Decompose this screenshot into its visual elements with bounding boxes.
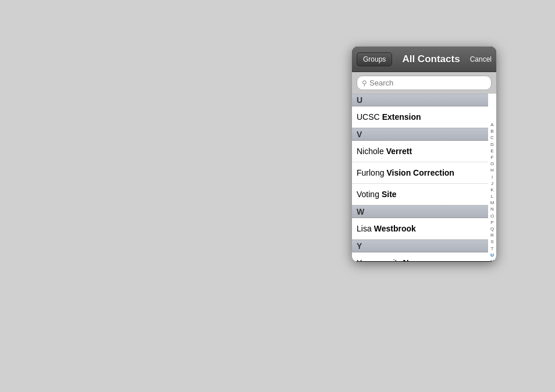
contact-last-name: Verrett bbox=[386, 147, 412, 156]
list-item[interactable]: Yamagami's Nursery bbox=[352, 252, 488, 261]
section-header-u: U bbox=[352, 94, 488, 106]
contact-list: UUCSC ExtensionVNichole VerrettFurlong V… bbox=[352, 94, 496, 261]
list-item[interactable]: Voting Site bbox=[352, 184, 488, 205]
search-icon: ⚲ bbox=[362, 79, 367, 87]
index-letter-e[interactable]: E bbox=[490, 148, 493, 154]
search-bar: ⚲ bbox=[352, 72, 496, 94]
contact-first-name: UCSC bbox=[357, 112, 380, 122]
cancel-button[interactable]: Cancel bbox=[470, 55, 492, 63]
index-letter-u[interactable]: U bbox=[490, 252, 494, 258]
index-letter-a[interactable]: A bbox=[490, 122, 493, 128]
contact-last-name: Westbrook bbox=[374, 224, 416, 233]
index-letter-g[interactable]: G bbox=[490, 161, 494, 167]
index-letter-i[interactable]: I bbox=[492, 174, 493, 180]
contact-first-name: Yamagami's bbox=[357, 258, 401, 261]
index-letter-j[interactable]: J bbox=[491, 180, 493, 187]
index-letter-f[interactable]: F bbox=[491, 154, 494, 161]
index-letter-b[interactable]: B bbox=[490, 128, 493, 134]
index-letter-s[interactable]: S bbox=[490, 238, 493, 245]
list-item[interactable]: Nichole Verrett bbox=[352, 141, 488, 162]
index-letter-d[interactable]: D bbox=[490, 141, 494, 148]
index-letter-h[interactable]: H bbox=[490, 167, 494, 173]
contact-last-name: Vision Correction bbox=[386, 168, 454, 177]
nav-bar: Groups All Contacts Cancel bbox=[352, 47, 496, 72]
index-letter-q[interactable]: Q bbox=[490, 226, 494, 232]
search-input-wrapper[interactable]: ⚲ bbox=[357, 76, 492, 90]
contact-first-name: Furlong bbox=[357, 168, 384, 177]
contact-last-name: Extension bbox=[382, 112, 421, 122]
contact-first-name: Voting bbox=[357, 190, 379, 199]
index-letter-v[interactable]: V bbox=[490, 258, 493, 261]
section-header-w: W bbox=[352, 205, 488, 218]
index-letter-l[interactable]: L bbox=[491, 193, 493, 199]
contact-first-name: Nichole bbox=[357, 147, 384, 156]
index-letter-o[interactable]: O bbox=[490, 213, 494, 219]
phone-container: Groups All Contacts Cancel ⚲ UUCSC Exten… bbox=[352, 47, 496, 262]
content-area: UUCSC ExtensionVNichole VerrettFurlong V… bbox=[352, 94, 496, 261]
index-letter-k[interactable]: K bbox=[490, 187, 493, 193]
index-letter-m[interactable]: M bbox=[490, 199, 494, 206]
groups-button[interactable]: Groups bbox=[357, 52, 392, 66]
list-item[interactable]: Lisa Westbrook bbox=[352, 218, 488, 240]
index-letter-c[interactable]: C bbox=[490, 134, 494, 141]
section-header-v: V bbox=[352, 128, 488, 141]
page-title: All Contacts bbox=[402, 54, 460, 65]
index-letter-r[interactable]: R bbox=[490, 232, 494, 238]
contact-last-name: Site bbox=[382, 190, 397, 199]
index-letter-n[interactable]: N bbox=[490, 206, 494, 212]
contact-first-name: Lisa bbox=[357, 224, 372, 233]
index-letter-t[interactable]: T bbox=[491, 245, 494, 252]
list-item[interactable]: UCSC Extension bbox=[352, 106, 488, 128]
contact-last-name: Nursery bbox=[403, 258, 434, 261]
side-index[interactable]: ABCDEFGHIJKLMNOPQRSTUVWXYZ# bbox=[488, 119, 496, 261]
index-letter-p[interactable]: P bbox=[490, 219, 493, 226]
section-header-y: Y bbox=[352, 240, 488, 252]
search-input[interactable] bbox=[369, 79, 486, 87]
list-item[interactable]: Furlong Vision Correction bbox=[352, 162, 488, 184]
